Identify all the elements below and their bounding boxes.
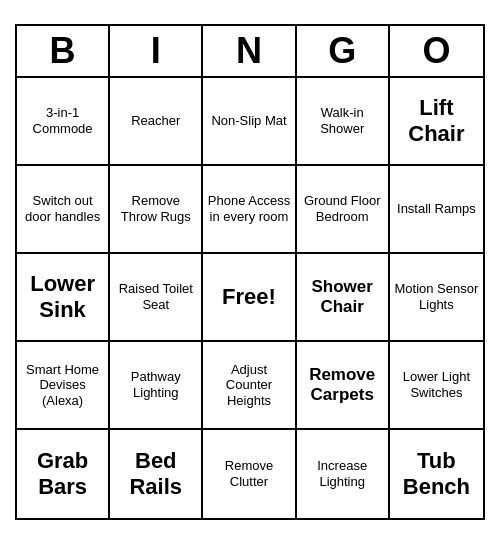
bingo-cell-14: Motion Sensor Lights xyxy=(390,254,483,342)
bingo-cell-7: Phone Access in every room xyxy=(203,166,296,254)
bingo-cell-1: Reacher xyxy=(110,78,203,166)
bingo-cell-22: Remove Clutter xyxy=(203,430,296,518)
bingo-cell-16: Pathway Lighting xyxy=(110,342,203,430)
bingo-cell-4: Lift Chair xyxy=(390,78,483,166)
header-letter-n: N xyxy=(203,26,296,76)
header-letter-i: I xyxy=(110,26,203,76)
bingo-cell-20: Grab Bars xyxy=(17,430,110,518)
bingo-grid: 3-in-1 CommodeReacherNon-Slip MatWalk-in… xyxy=(17,78,483,518)
bingo-cell-10: Lower Sink xyxy=(17,254,110,342)
bingo-cell-12: Free! xyxy=(203,254,296,342)
header-letter-o: O xyxy=(390,26,483,76)
bingo-cell-19: Lower Light Switches xyxy=(390,342,483,430)
header-letter-g: G xyxy=(297,26,390,76)
bingo-cell-23: Increase Lighting xyxy=(297,430,390,518)
bingo-cell-6: Remove Throw Rugs xyxy=(110,166,203,254)
bingo-cell-11: Raised Toilet Seat xyxy=(110,254,203,342)
header-letter-b: B xyxy=(17,26,110,76)
bingo-card: BINGO 3-in-1 CommodeReacherNon-Slip MatW… xyxy=(15,24,485,520)
bingo-header: BINGO xyxy=(17,26,483,78)
bingo-cell-13: Shower Chair xyxy=(297,254,390,342)
bingo-cell-17: Adjust Counter Heights xyxy=(203,342,296,430)
bingo-cell-0: 3-in-1 Commode xyxy=(17,78,110,166)
bingo-cell-15: Smart Home Devises (Alexa) xyxy=(17,342,110,430)
bingo-cell-5: Switch out door handles xyxy=(17,166,110,254)
bingo-cell-3: Walk-in Shower xyxy=(297,78,390,166)
bingo-cell-18: Remove Carpets xyxy=(297,342,390,430)
bingo-cell-9: Install Ramps xyxy=(390,166,483,254)
bingo-cell-8: Ground Floor Bedroom xyxy=(297,166,390,254)
bingo-cell-24: Tub Bench xyxy=(390,430,483,518)
bingo-cell-21: Bed Rails xyxy=(110,430,203,518)
bingo-cell-2: Non-Slip Mat xyxy=(203,78,296,166)
